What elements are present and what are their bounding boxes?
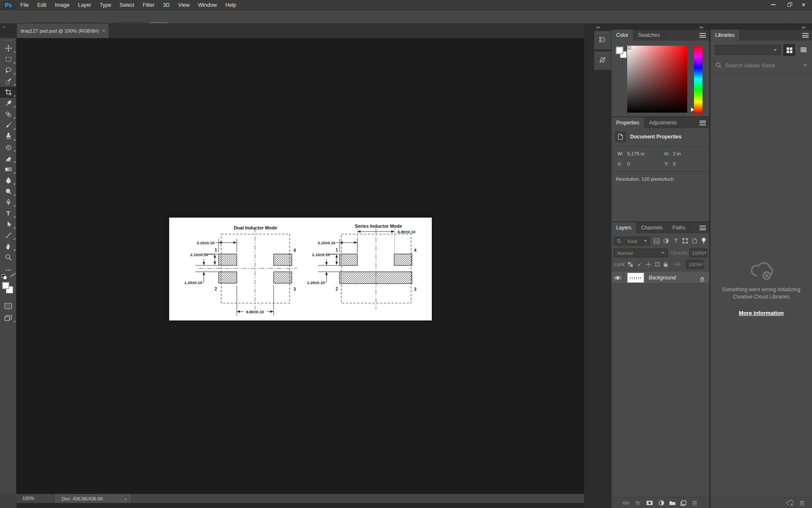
panel-menu-icon[interactable] bbox=[700, 226, 706, 230]
filter-smart-objects-button[interactable] bbox=[690, 237, 699, 245]
tool-blur[interactable] bbox=[0, 175, 16, 186]
menu-view[interactable]: View bbox=[174, 0, 194, 10]
menu-3d[interactable]: 3D bbox=[159, 0, 174, 10]
zoom-level-field[interactable]: 100% bbox=[22, 496, 34, 501]
tab-properties[interactable]: Properties bbox=[612, 117, 645, 128]
close-button[interactable]: × bbox=[795, 0, 812, 9]
library-select[interactable] bbox=[715, 45, 781, 55]
library-sync-button[interactable] bbox=[786, 499, 794, 507]
more-information-link[interactable]: More information bbox=[739, 310, 784, 316]
menu-select[interactable]: Select bbox=[115, 0, 139, 10]
layer-name[interactable]: Background bbox=[649, 275, 676, 281]
tool-type[interactable]: T bbox=[0, 208, 16, 219]
toolbar-grip[interactable] bbox=[3, 39, 13, 41]
tool-clone-stamp[interactable] bbox=[0, 131, 16, 142]
document-size-status[interactable]: Doc: 436.6K/436.6K › bbox=[54, 494, 132, 503]
y-value[interactable]: 0 bbox=[673, 161, 675, 166]
link-layers-button[interactable] bbox=[622, 499, 630, 507]
layer-filter-kind-select[interactable]: Kind bbox=[614, 237, 650, 246]
collapse-libraries-icon[interactable]: »» bbox=[801, 25, 805, 30]
layer-thumbnail[interactable] bbox=[627, 273, 644, 283]
lock-transparency-button[interactable] bbox=[626, 260, 634, 268]
layer-effects-button[interactable]: fx bbox=[634, 499, 642, 507]
panel-menu-icon[interactable] bbox=[700, 33, 706, 38]
menu-edit[interactable]: Edit bbox=[33, 0, 51, 10]
expand-panels-icon[interactable]: «« bbox=[596, 25, 599, 30]
tool-move[interactable] bbox=[0, 43, 16, 54]
tab-channels[interactable]: Channels bbox=[636, 222, 668, 233]
canvas-area[interactable]: Dual Inductor Mode 1 2 3 4 3. bbox=[16, 38, 584, 494]
tool-rectangular-marquee[interactable] bbox=[0, 54, 16, 65]
collapsed-panel-history[interactable] bbox=[594, 30, 612, 50]
default-swap-colors[interactable] bbox=[2, 273, 15, 280]
menu-layer[interactable]: Layer bbox=[74, 0, 95, 10]
color-picker-marker[interactable] bbox=[628, 46, 631, 50]
tab-adjustments[interactable]: Adjustments bbox=[645, 117, 682, 128]
tool-path-selection[interactable] bbox=[0, 219, 16, 230]
menu-image[interactable]: Image bbox=[51, 0, 74, 10]
foreground-color-swatch[interactable] bbox=[616, 47, 623, 54]
screen-mode-button[interactable] bbox=[0, 312, 16, 323]
layer-visibility-toggle[interactable] bbox=[613, 273, 622, 282]
lock-artboard-button[interactable] bbox=[653, 260, 661, 268]
fill-field[interactable]: 100% bbox=[686, 260, 704, 269]
color-saturation-square[interactable] bbox=[627, 46, 687, 113]
tool-brush[interactable] bbox=[0, 120, 16, 131]
layer-row-background[interactable]: Background bbox=[612, 271, 709, 284]
delete-layer-button[interactable] bbox=[690, 499, 699, 507]
hue-strip[interactable] bbox=[694, 46, 702, 113]
panel-menu-icon[interactable] bbox=[802, 33, 809, 38]
new-group-button[interactable] bbox=[668, 499, 677, 507]
tool-hand[interactable] bbox=[0, 241, 16, 252]
filter-toggle-button[interactable] bbox=[700, 236, 708, 245]
tool-gradient[interactable] bbox=[0, 164, 16, 175]
lock-position-button[interactable] bbox=[644, 260, 653, 268]
menu-type[interactable]: Type bbox=[96, 0, 115, 10]
x-value[interactable]: 0 bbox=[627, 161, 630, 166]
status-options-chevron-icon[interactable]: › bbox=[125, 496, 126, 502]
tab-close-icon[interactable]: × bbox=[102, 28, 105, 34]
grid-view-button[interactable] bbox=[783, 44, 795, 56]
filter-adjustment-layers-button[interactable] bbox=[662, 237, 670, 245]
tool-eyedropper[interactable] bbox=[0, 98, 16, 109]
filter-pixel-layers-button[interactable] bbox=[652, 237, 661, 245]
tool-pen[interactable] bbox=[0, 197, 16, 208]
opacity-field[interactable]: 100% bbox=[689, 248, 707, 257]
menu-file[interactable]: File bbox=[16, 0, 33, 10]
blend-mode-select[interactable]: Normal bbox=[614, 248, 668, 257]
toolbar-expand-header[interactable]: » bbox=[0, 24, 16, 38]
tool-line-shape[interactable] bbox=[0, 230, 16, 241]
foreground-background-colors[interactable] bbox=[2, 282, 15, 295]
menu-filter[interactable]: Filter bbox=[139, 0, 159, 10]
hue-slider-marker[interactable] bbox=[691, 108, 694, 112]
height-value[interactable]: 2 in bbox=[673, 151, 681, 156]
tool-crop[interactable] bbox=[0, 87, 16, 98]
quick-mask-mode-button[interactable] bbox=[0, 301, 16, 312]
tool-spot-healing-brush[interactable] bbox=[0, 109, 16, 120]
collapse-panels-icon[interactable]: »» bbox=[699, 25, 702, 30]
tool-lasso[interactable] bbox=[0, 65, 16, 76]
tool-dodge[interactable] bbox=[0, 186, 16, 197]
filter-shape-layers-button[interactable] bbox=[681, 237, 689, 245]
filter-type-layers-button[interactable]: T bbox=[672, 237, 680, 245]
tab-swatches[interactable]: Swatches bbox=[634, 30, 665, 41]
lock-all-button[interactable] bbox=[661, 260, 670, 268]
delete-library-item-button[interactable] bbox=[798, 499, 806, 507]
minimize-button[interactable] bbox=[765, 0, 782, 9]
width-value[interactable]: 5.175 in bbox=[627, 151, 645, 156]
tool-eraser[interactable] bbox=[0, 153, 16, 164]
new-layer-button[interactable] bbox=[679, 499, 688, 507]
collapsed-panel-navigator[interactable] bbox=[594, 51, 612, 70]
tool-history-brush[interactable] bbox=[0, 142, 16, 153]
tab-layers[interactable]: Layers bbox=[612, 222, 636, 233]
tab-color[interactable]: Color bbox=[612, 30, 634, 41]
lock-pixels-button[interactable] bbox=[635, 260, 644, 268]
list-view-button[interactable] bbox=[798, 44, 809, 56]
menu-help[interactable]: Help bbox=[221, 0, 241, 10]
tab-libraries[interactable]: Libraries bbox=[710, 30, 740, 41]
panel-menu-icon[interactable] bbox=[700, 121, 706, 125]
library-search-field[interactable]: Search Adobe Stock bbox=[710, 59, 812, 71]
add-layer-mask-button[interactable] bbox=[645, 499, 654, 507]
document-tab[interactable]: draq127 pad.psd @ 100% (RGB/8#) × bbox=[17, 24, 109, 38]
tool-quick-selection[interactable] bbox=[0, 76, 16, 87]
